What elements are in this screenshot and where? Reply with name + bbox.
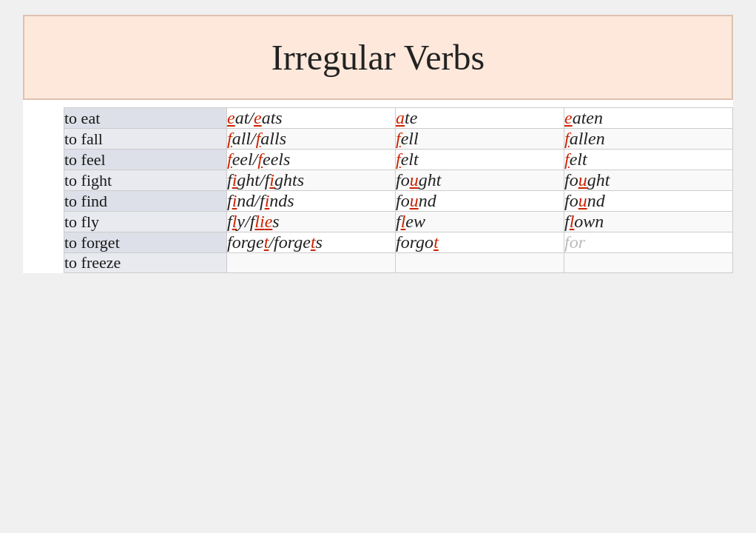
- verb-table: to eateat/eatsateeatento fallfall/fallsf…: [64, 107, 733, 273]
- participle-cell: found: [564, 191, 733, 212]
- present-cell: fight/fights: [227, 170, 396, 191]
- infinitive-cell: to fall: [64, 129, 227, 150]
- title-box: Irregular Verbs: [23, 15, 733, 100]
- past-cell: felt: [396, 150, 564, 170]
- infinitive-cell: to fly: [64, 212, 227, 232]
- table-row: to forgetforget/forgetsforgotfor: [64, 232, 733, 253]
- past-cell: ate: [396, 108, 564, 129]
- page-title: Irregular Verbs: [271, 38, 485, 77]
- table-row: to fallfall/fallsfellfallen: [64, 129, 733, 150]
- infinitive-cell: to feel: [64, 150, 227, 170]
- participle-cell: flown: [564, 212, 733, 232]
- past-cell: found: [396, 191, 564, 212]
- past-cell: flew: [396, 212, 564, 232]
- past-cell: forgot: [396, 232, 564, 253]
- present-cell: eat/eats: [227, 108, 396, 129]
- participle-cell: fought: [564, 170, 733, 191]
- present-cell: fly/flies: [227, 212, 396, 232]
- table-row: to findfind/findsfoundfound: [64, 191, 733, 212]
- infinitive-cell: to eat: [64, 108, 227, 129]
- table-row: to feelfeel/feelsfeltfelt: [64, 150, 733, 170]
- participle-cell: felt: [564, 150, 733, 170]
- table-row: to eateat/eatsateeaten: [64, 108, 733, 129]
- past-cell: [396, 253, 564, 273]
- participle-cell: eaten: [564, 108, 733, 129]
- present-cell: [227, 253, 396, 273]
- present-cell: find/finds: [227, 191, 396, 212]
- participle-cell: fallen: [564, 129, 733, 150]
- table-row: to fightfight/fightsfoughtfought: [64, 170, 733, 191]
- present-cell: forget/forgets: [227, 232, 396, 253]
- past-cell: fell: [396, 129, 564, 150]
- infinitive-cell: to forget: [64, 232, 227, 253]
- participle-cell: for: [564, 232, 733, 253]
- page-container: Irregular Verbs to eateat/eatsateeatento…: [23, 15, 733, 273]
- table-row: to flyfly/fliesflewflown: [64, 212, 733, 232]
- participle-cell: [564, 253, 733, 273]
- past-cell: fought: [396, 170, 564, 191]
- table-row: to freeze: [64, 253, 733, 273]
- present-cell: feel/feels: [227, 150, 396, 170]
- infinitive-cell: to fight: [64, 170, 227, 191]
- infinitive-cell: to freeze: [64, 253, 227, 273]
- infinitive-cell: to find: [64, 191, 227, 212]
- present-cell: fall/falls: [227, 129, 396, 150]
